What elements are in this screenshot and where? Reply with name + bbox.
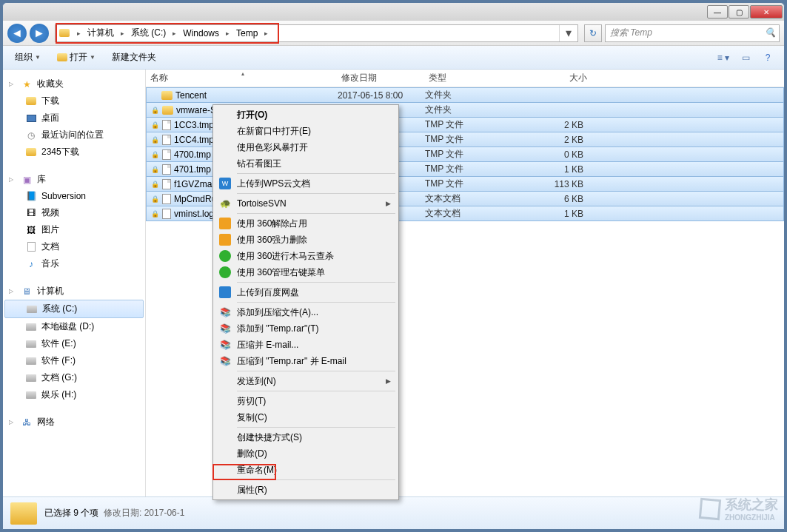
col-date[interactable]: 修改日期 (337, 72, 424, 84)
file-type: 文件夹 (425, 104, 527, 116)
chevron-right-icon[interactable]: ▸ (261, 30, 272, 37)
menu-delete[interactable]: 删除(D) (215, 445, 397, 462)
drive-icon (26, 391, 36, 399)
address-bar[interactable]: ▸ 计算机 ▸ 系统 (C:) ▸ Windows ▸ Temp ▸ ▾ (55, 24, 578, 42)
search-input[interactable]: 搜索 Temp 🔍 (605, 24, 780, 42)
open-button[interactable]: 打开▼ (51, 50, 101, 65)
column-headers: 名称▴ 修改日期 类型 大小 (146, 70, 784, 87)
chevron-right-icon[interactable]: ▸ (73, 30, 84, 37)
sidebar-item-f[interactable]: 软件 (F:) (3, 352, 145, 369)
file-date: 2017-06-15 8:00 (338, 90, 425, 101)
libraries-icon: ▣ (21, 174, 33, 186)
col-size[interactable]: 大小 (526, 72, 592, 84)
refresh-button[interactable]: ↻ (584, 24, 602, 42)
menu-rar-add[interactable]: 📚添加到压缩文件(A)... (215, 304, 397, 320)
separator (237, 173, 395, 174)
chevron-right-icon[interactable]: ▸ (169, 30, 180, 37)
chevron-right-icon[interactable]: ▸ (222, 30, 233, 37)
search-placeholder: 搜索 Temp (610, 27, 652, 39)
preview-pane-button[interactable]: ▭ (735, 50, 756, 66)
file-icon (162, 179, 171, 189)
col-type[interactable]: 类型 (424, 72, 526, 84)
crumb-c[interactable]: 系统 (C:) (128, 25, 169, 41)
menu-colorstorm[interactable]: 使用色彩风暴打开 (215, 139, 397, 155)
360-icon (218, 249, 232, 263)
network-header[interactable]: ▷🖧网络 (3, 414, 145, 431)
menu-360-forcedelete[interactable]: 使用 360强力删除 (215, 232, 397, 248)
sidebar-item-2345[interactable]: 2345下载 (3, 144, 145, 161)
sidebar-item-d[interactable]: 本地磁盘 (D:) (3, 318, 145, 335)
menu-tortoisesvn[interactable]: 🐢TortoiseSVN▶ (215, 195, 397, 212)
file-row[interactable]: Tencent2017-06-15 8:00文件夹 (146, 87, 784, 103)
close-button[interactable]: ✕ (750, 5, 783, 18)
separator (237, 427, 395, 428)
menu-sendto[interactable]: 发送到(N)▶ (215, 373, 397, 389)
view-button[interactable]: ≡ ▾ (713, 50, 734, 66)
menu-baidu[interactable]: 上传到百度网盘 (215, 284, 397, 300)
minimize-button[interactable]: — (707, 5, 728, 18)
sidebar-item-music[interactable]: ♪音乐 (3, 255, 145, 272)
menu-copy[interactable]: 复制(C) (215, 409, 397, 425)
file-name: 4700.tmp (174, 149, 211, 160)
sidebar-item-c[interactable]: 系统 (C:) (4, 300, 144, 318)
menu-open-new-window[interactable]: 在新窗口中打开(E) (215, 123, 397, 139)
crumb-temp[interactable]: Temp (233, 25, 261, 41)
sidebar-item-e[interactable]: 软件 (E:) (3, 335, 145, 352)
image-icon: 🖼 (25, 224, 37, 236)
menu-rar-temp-email[interactable]: 📚压缩到 "Temp.rar" 并 E-mail (215, 353, 397, 369)
lock-icon: 🔒 (151, 136, 159, 144)
sidebar-item-desktop[interactable]: 桌面 (3, 110, 145, 127)
file-name: vminst.log (174, 209, 214, 219)
file-size: 2 KB (527, 135, 592, 145)
libraries-header[interactable]: ▷▣库 (3, 171, 145, 188)
menu-rename[interactable]: 重命名(M) (215, 462, 397, 478)
forward-button[interactable]: ► (30, 24, 49, 43)
sidebar-item-recent[interactable]: ◷最近访问的位置 (3, 127, 145, 144)
video-icon: 🎞 (25, 207, 37, 219)
col-name[interactable]: 名称▴ (146, 72, 337, 84)
back-button[interactable]: ◄ (7, 24, 27, 43)
separator (237, 213, 395, 214)
menu-open[interactable]: 打开(O) (215, 107, 397, 123)
sort-asc-icon: ▴ (241, 70, 244, 77)
network-icon: 🖧 (21, 417, 33, 428)
file-name: 1CC3.tmp (174, 120, 214, 130)
menu-360-unlock[interactable]: 使用 360解除占用 (215, 215, 397, 232)
sidebar-item-g[interactable]: 文档 (G:) (3, 369, 145, 386)
sidebar-item-downloads[interactable]: 下载 (3, 92, 145, 110)
book-icon: 📘 (25, 190, 37, 202)
baidu-icon (218, 286, 232, 299)
help-button[interactable]: ? (757, 50, 778, 66)
sidebar-item-pictures[interactable]: 🖼图片 (3, 221, 145, 238)
menu-shortcut[interactable]: 创建快捷方式(S) (215, 429, 397, 445)
menu-cut[interactable]: 剪切(T) (215, 393, 397, 409)
menu-360-rightclick[interactable]: 使用 360管理右键菜单 (215, 264, 397, 280)
folder-icon (161, 91, 173, 100)
crumb-windows[interactable]: Windows (180, 25, 222, 41)
organize-button[interactable]: 组织▼ (9, 50, 47, 65)
sidebar-item-video[interactable]: 🎞视频 (3, 204, 145, 221)
file-icon (162, 149, 171, 160)
address-dropdown[interactable]: ▾ (559, 25, 577, 41)
file-name: 4701.tmp (174, 164, 211, 175)
menu-diamond[interactable]: 钻石看图王 (215, 155, 397, 172)
separator (237, 193, 395, 194)
crumb-computer[interactable]: 计算机 (84, 25, 117, 41)
sidebar-item-documents[interactable]: 文档 (3, 238, 145, 255)
menu-rar-temp[interactable]: 📚添加到 "Temp.rar"(T) (215, 320, 397, 337)
menu-rar-email[interactable]: 📚压缩并 E-mail... (215, 337, 397, 353)
computer-header[interactable]: ▷🖥计算机 (3, 283, 145, 300)
star-icon: ★ (21, 78, 33, 90)
separator (237, 479, 395, 480)
maximize-button[interactable]: ▢ (729, 5, 749, 18)
new-folder-button[interactable]: 新建文件夹 (106, 50, 162, 65)
sidebar-item-svn[interactable]: 📘Subversion (3, 188, 145, 204)
file-icon (162, 120, 171, 130)
menu-360-trojan[interactable]: 使用 360进行木马云查杀 (215, 248, 397, 264)
file-size: 2 KB (527, 120, 592, 130)
sidebar-item-h[interactable]: 娱乐 (H:) (3, 386, 145, 403)
menu-properties[interactable]: 属性(R) (215, 482, 397, 498)
chevron-right-icon[interactable]: ▸ (117, 30, 128, 37)
menu-wps[interactable]: W上传到WPS云文档 (215, 175, 397, 192)
favorites-header[interactable]: ▷★收藏夹 (3, 75, 145, 92)
